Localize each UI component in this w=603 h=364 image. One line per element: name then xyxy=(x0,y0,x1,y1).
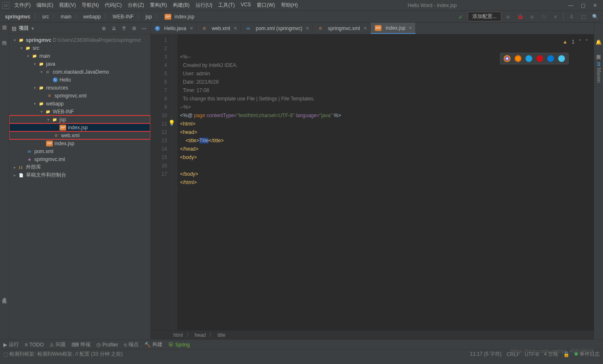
run-config-select[interactable]: 添加配置... xyxy=(468,12,501,21)
minimize-icon[interactable]: — xyxy=(568,3,573,8)
warning-count: 1 xyxy=(572,38,575,46)
firefox-icon[interactable] xyxy=(515,55,521,62)
tab-close-icon[interactable]: ✕ xyxy=(306,26,309,31)
crumb-main[interactable]: main xyxy=(59,13,73,21)
left-tool-stripe: ▦ 结构 收藏夹 ★ xyxy=(0,23,9,339)
tab-hello-java[interactable]: CHello.java✕ xyxy=(151,23,197,34)
build-tool-button[interactable]: 🔨 构建 xyxy=(144,341,162,348)
tree-resources[interactable]: ▾📁resources xyxy=(9,84,150,92)
tree-pom[interactable]: mpom.xml xyxy=(9,147,150,155)
safari-icon[interactable] xyxy=(526,55,532,62)
menu-edit[interactable]: 编辑(E) xyxy=(34,1,56,10)
tree-root[interactable]: ▾📁springmvc D:\Users\23638\IdeaProjects\… xyxy=(9,36,150,44)
tab-springmvc-xml[interactable]: ⚙springmvc.xml✕ xyxy=(313,23,371,34)
right-tool-stripe: 🔔 数据库 m Maven xyxy=(594,23,603,339)
warning-icon[interactable]: ▲ xyxy=(562,38,567,46)
status-icon[interactable]: ⬚ xyxy=(3,351,8,357)
tree-iml[interactable]: ◆springmvc.iml xyxy=(9,155,150,163)
edge-icon[interactable] xyxy=(558,55,565,62)
tree-jsp-folder[interactable]: ▾📁jsp xyxy=(9,115,150,123)
vcs-commit-icon[interactable]: ⬚ xyxy=(579,12,588,21)
tab-close-icon[interactable]: ✕ xyxy=(363,26,367,31)
problems-tool-button[interactable]: ⚠ 问题 xyxy=(49,341,66,348)
intention-bulb-icon[interactable]: 💡 xyxy=(168,119,175,127)
tree-package[interactable]: ▾⊞com.xiaolaodi.JavaDemo xyxy=(9,68,150,76)
menu-window[interactable]: 窗口(W) xyxy=(254,1,277,10)
tree-springmvc-xml[interactable]: ⚙springmvc.xml xyxy=(9,92,150,100)
menu-help[interactable]: 帮助(H) xyxy=(278,1,301,10)
tree-index-jsp[interactable]: JSPindex.jsp xyxy=(9,123,150,131)
editor-area: CHello.java✕ ⚙web.xml✕ mpom.xml (springm… xyxy=(151,23,594,339)
hide-panel-icon[interactable]: — xyxy=(140,26,148,31)
run-icon[interactable]: ▶ xyxy=(504,12,513,21)
maven-tool-button[interactable]: m Maven xyxy=(596,62,602,83)
profile-icon[interactable]: ◷ xyxy=(539,12,548,21)
coverage-icon[interactable]: ◉ xyxy=(527,12,536,21)
crumb-file[interactable]: JSPindex.jsp xyxy=(162,13,196,21)
favorites-tool-button[interactable]: 收藏夹 ★ xyxy=(1,295,8,302)
editor-crumb[interactable]: title xyxy=(217,332,225,338)
settings-icon[interactable]: ⚙ xyxy=(130,26,138,31)
next-highlight-icon[interactable]: ˅ xyxy=(585,38,588,46)
terminal-tool-button[interactable]: ⌨ 终端 xyxy=(72,341,90,348)
prev-highlight-icon[interactable]: ˄ xyxy=(579,38,581,46)
vcs-update-icon[interactable]: ⇩ xyxy=(567,12,576,21)
menu-tools[interactable]: 工具(T) xyxy=(216,1,237,10)
tab-close-icon[interactable]: ✕ xyxy=(409,26,412,30)
caret-position[interactable]: 11:17 (5 字符) xyxy=(470,351,501,358)
tree-index-jsp-outer[interactable]: JSPindex.jsp xyxy=(9,139,150,147)
stop-icon[interactable]: ■ xyxy=(551,12,560,21)
tree-web-xml[interactable]: ⚙web.xml xyxy=(9,131,150,139)
close-icon[interactable]: ✕ xyxy=(593,3,597,8)
search-icon[interactable]: 🔍 xyxy=(590,12,600,21)
crumb-webinf[interactable]: WEB-INF xyxy=(111,13,136,21)
menu-vcs[interactable]: VCS xyxy=(238,1,254,10)
todo-tool-button[interactable]: ≡ TODO xyxy=(25,342,44,348)
menu-build[interactable]: 构建(B) xyxy=(170,1,192,10)
opera-icon[interactable] xyxy=(536,55,543,62)
tree-main[interactable]: ▾📁main xyxy=(9,52,150,60)
debug-icon[interactable]: 🐞 xyxy=(515,12,525,21)
tree-external-libs[interactable]: ▸⫿⫿外部库 xyxy=(9,163,150,171)
tree-webinf[interactable]: ▾📁WEB-INF xyxy=(9,108,150,115)
menu-refactor[interactable]: 重构(R) xyxy=(147,1,170,10)
spring-tool-button[interactable]: ⦿ Spring xyxy=(168,342,190,348)
menu-navigate[interactable]: 导航(N) xyxy=(79,1,101,10)
chrome-icon[interactable] xyxy=(504,55,510,62)
tree-hello-class[interactable]: CHello xyxy=(9,76,150,84)
expand-all-icon[interactable]: ⇊ xyxy=(110,26,118,31)
menu-code[interactable]: 代码(C) xyxy=(102,1,124,10)
ie-icon[interactable] xyxy=(547,55,554,62)
tree-webapp[interactable]: ▾📁webapp xyxy=(9,100,150,108)
endpoints-tool-button[interactable]: ⎋ 端点 xyxy=(124,341,139,348)
profiler-tool-button[interactable]: ◷ Profiler xyxy=(96,342,118,348)
tab-close-icon[interactable]: ✕ xyxy=(190,26,193,31)
notifications-icon[interactable]: 🔔 xyxy=(595,39,602,45)
collapse-all-icon[interactable]: ⇈ xyxy=(120,26,128,31)
tab-web-xml[interactable]: ⚙web.xml✕ xyxy=(197,23,241,34)
menu-view[interactable]: 视图(V) xyxy=(57,1,78,10)
project-tool-button[interactable]: ▦ xyxy=(2,24,7,30)
menu-analyze[interactable]: 分析(Z) xyxy=(125,1,147,10)
crumb-project[interactable]: springmvc xyxy=(3,13,32,21)
locate-icon[interactable]: ⊕ xyxy=(100,26,108,31)
tree-scratches[interactable]: ▸📄草稿文件和控制台 xyxy=(9,171,150,179)
code-editor[interactable]: ▲1 ˄ ˅ 1234567891011121314151617 💡 <%-- … xyxy=(151,34,594,330)
crumb-src[interactable]: src xyxy=(41,13,51,21)
menu-run[interactable]: 运行(U) xyxy=(193,1,215,10)
crumb-jsp[interactable]: jsp xyxy=(144,13,153,21)
tab-pom-xml[interactable]: mpom.xml (springmvc)✕ xyxy=(241,23,313,34)
editor-crumb[interactable]: html xyxy=(173,332,183,338)
tab-close-icon[interactable]: ✕ xyxy=(234,26,237,31)
crumb-webapp[interactable]: webapp xyxy=(82,13,103,21)
build-icon[interactable]: ↙ xyxy=(456,12,465,21)
run-tool-button[interactable]: ▶ 运行 xyxy=(3,341,19,348)
tree-src[interactable]: ▾📁src xyxy=(9,44,150,52)
maximize-icon[interactable]: ▢ xyxy=(581,3,585,8)
project-view-dropdown[interactable]: ▾ xyxy=(31,26,34,31)
menu-file[interactable]: 文件(F) xyxy=(12,1,33,10)
editor-crumb[interactable]: head xyxy=(195,332,206,338)
status-message[interactable]: 检测到框架: 检测到Web框架. // 配置 (33 分钟 之前) xyxy=(9,351,123,358)
tree-java[interactable]: ▾📁java xyxy=(9,60,150,68)
tab-index-jsp[interactable]: JSPindex.jsp✕ xyxy=(371,23,416,34)
